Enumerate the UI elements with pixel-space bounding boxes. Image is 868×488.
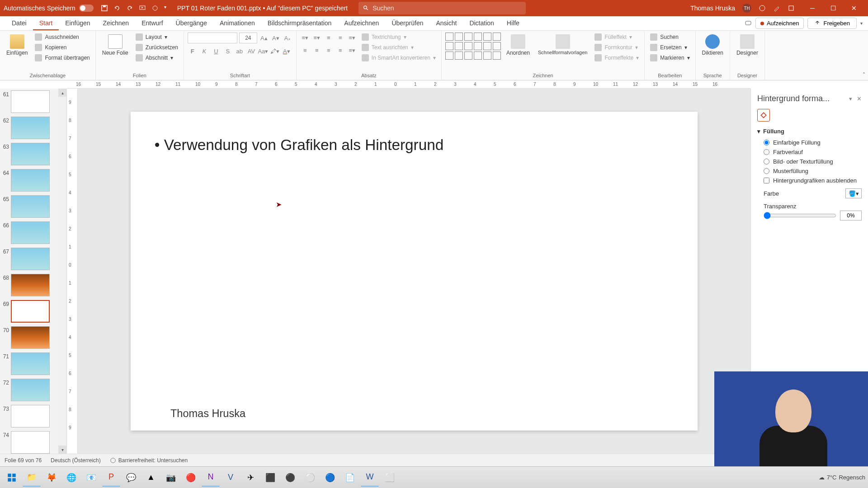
bullets-button[interactable]: ≡▾ [300,33,310,42]
undo-icon[interactable] [113,5,121,12]
scroll-up-button[interactable]: ▴ [58,89,66,97]
shape-fill-button[interactable]: Fülleffekt ▾ [593,33,641,42]
firefox-icon[interactable]: 🦊 [42,469,61,487]
slide-counter[interactable]: Folie 69 von 76 [5,457,42,464]
onenote-icon[interactable]: N [202,469,220,487]
start-button[interactable] [3,469,21,487]
align-text-button[interactable]: Text ausrichten ▾ [360,43,438,52]
shape-effects-button[interactable]: Formeffekte ▾ [593,53,641,62]
increase-indent-button[interactable]: ≡ [335,33,345,42]
app-icon-3[interactable]: 📷 [162,469,180,487]
pen-icon[interactable] [773,5,780,12]
slide-thumbnail[interactable]: 67 [1,248,65,270]
section-button[interactable]: Abschnitt ▾ [134,53,180,62]
slide-thumbnail[interactable]: 70 [1,326,65,349]
tab-übergänge[interactable]: Übergänge [170,17,213,30]
vertical-ruler[interactable]: 9876543210123456789 [67,89,78,454]
strikethrough-button[interactable]: S [223,46,233,56]
highlight-button[interactable]: 🖍▾ [270,46,280,56]
thumbnail-preview[interactable] [11,117,50,139]
slide-thumbnail[interactable]: 61 [1,90,65,113]
app-icon-6[interactable]: ⚪ [301,469,319,487]
pane-dropdown-icon[interactable]: ▾ [849,95,852,102]
case-button[interactable]: Aa▾ [258,46,268,56]
minimize-button[interactable]: ─ [802,0,823,16]
user-avatar[interactable]: TH [742,4,751,13]
thumbnail-preview[interactable] [11,379,50,401]
weather-widget[interactable]: ☁ 7°C Regensch [819,474,865,481]
qat-dropdown-icon[interactable]: ▾ [164,5,166,12]
horizontal-ruler[interactable]: 1615141312111098765432101234567891011121… [67,80,750,89]
thumbnail-preview[interactable] [11,143,50,165]
hide-bg-checkbox[interactable]: Hintergrundgrafiken ausblenden [764,177,862,184]
decrease-font-button[interactable]: A▾ [271,33,281,43]
slide-thumbnail[interactable]: 63 [1,143,65,165]
tab-überprüfen[interactable]: Überprüfen [385,17,429,30]
share-dropdown-icon[interactable]: ▾ [860,21,863,26]
comments-icon[interactable] [745,20,752,27]
app-icon-5[interactable]: ⬛ [261,469,279,487]
chrome-icon[interactable]: 🌐 [62,469,80,487]
paste-button[interactable]: Einfügen [4,33,30,58]
thumbnail-preview[interactable] [11,221,50,244]
line-spacing-button[interactable]: ≡▾ [347,33,357,42]
font-size-input[interactable] [239,33,257,43]
slideshow-icon[interactable] [139,5,146,12]
thumbnail-preview[interactable] [11,90,50,113]
thumbnail-preview[interactable] [11,274,50,296]
window-icon[interactable] [788,5,795,12]
quick-styles-button[interactable]: Schnellformatvorlagen [535,33,590,57]
dictate-button[interactable]: Diktieren [699,33,726,58]
smartart-button[interactable]: In SmartArt konvertieren ▾ [360,53,438,62]
slide-author-text[interactable]: Thomas Hruska [170,408,245,420]
slide-thumbnail[interactable]: 68 [1,274,65,296]
tab-zeichnen[interactable]: Zeichnen [97,17,136,30]
toggle-switch[interactable] [79,5,94,12]
app-icon-9[interactable]: ⬜ [381,469,399,487]
slide-thumbnail[interactable]: 72 [1,379,65,401]
tab-hilfe[interactable]: Hilfe [500,17,526,30]
gradient-fill-radio[interactable]: Farbverlauf [764,149,862,155]
justify-button[interactable]: ≡ [335,45,345,55]
font-family-input[interactable] [188,33,237,43]
designer-button[interactable]: Designer [734,33,761,58]
arrange-button[interactable]: Anordnen [504,33,533,58]
outlook-icon[interactable]: 📧 [82,469,100,487]
thumbnail-preview[interactable] [11,405,50,427]
copy-button[interactable]: Kopieren [33,43,91,52]
transparency-slider[interactable] [764,212,836,219]
slide-thumbnail[interactable]: 65 [1,195,65,218]
font-color-button[interactable]: A▾ [282,46,292,56]
align-right-button[interactable]: ≡ [324,45,334,55]
tab-start[interactable]: Start [33,17,59,30]
app-icon-1[interactable]: 💬 [122,469,140,487]
tab-dictation[interactable]: Dictation [463,17,500,30]
layout-button[interactable]: Layout ▾ [134,33,180,42]
decrease-indent-button[interactable]: ≡ [324,33,334,42]
search-box[interactable] [359,2,526,14]
text-direction-button[interactable]: Textrichtung ▾ [360,33,438,42]
slide-thumbnail[interactable]: 74 [1,431,65,454]
tab-ansicht[interactable]: Ansicht [429,17,463,30]
document-title[interactable]: PPT 01 Roter Faden 001.pptx • Auf "diese… [177,5,348,12]
spacing-button[interactable]: AV [246,46,256,56]
thumbnail-preview[interactable] [11,300,50,323]
thumbnail-preview[interactable] [11,195,50,218]
replace-button[interactable]: Ersetzen ▾ [648,43,691,52]
slide-bullet-text[interactable]: Verwendung von Grafiken als Hintergrund [155,136,444,154]
underline-button[interactable]: U [211,46,221,56]
shapes-gallery[interactable] [445,33,501,60]
telegram-icon[interactable]: ✈ [241,469,259,487]
solid-fill-radio[interactable]: Einfarbige Füllung [764,139,862,146]
align-center-button[interactable]: ≡ [312,45,322,55]
language-indicator[interactable]: Deutsch (Österreich) [51,457,101,464]
share-button[interactable]: Freigeben [807,18,857,29]
slide[interactable]: Verwendung von Grafiken als Hintergrund … [131,112,698,431]
word-icon[interactable]: W [361,469,379,487]
columns-button[interactable]: ≡▾ [347,45,357,55]
thumbnail-preview[interactable] [11,431,50,454]
obs-icon[interactable]: ⚫ [281,469,299,487]
color-picker-button[interactable]: 🪣▾ [845,188,862,198]
close-button[interactable]: ✕ [844,0,864,16]
tab-animationen[interactable]: Animationen [213,17,261,30]
